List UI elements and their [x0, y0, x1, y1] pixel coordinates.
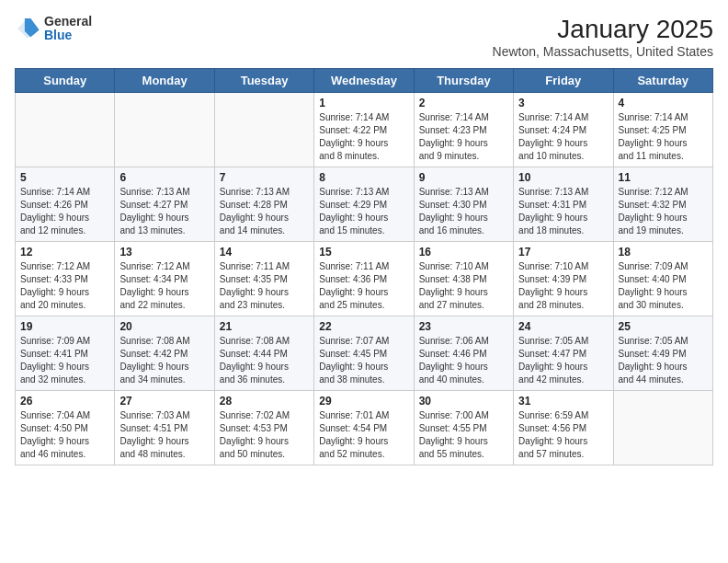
calendar-cell: 31Sunrise: 6:59 AMSunset: 4:56 PMDayligh… — [514, 391, 613, 465]
weekday-header: Friday — [514, 69, 613, 93]
day-info: Sunrise: 7:10 AMSunset: 4:39 PMDaylight:… — [518, 260, 608, 312]
day-info: Sunrise: 7:12 AMSunset: 4:34 PMDaylight:… — [119, 260, 209, 312]
day-info: Sunrise: 7:14 AMSunset: 4:22 PMDaylight:… — [319, 111, 408, 163]
calendar-cell: 21Sunrise: 7:08 AMSunset: 4:44 PMDayligh… — [214, 316, 313, 391]
calendar-week-row: 26Sunrise: 7:04 AMSunset: 4:50 PMDayligh… — [16, 391, 713, 465]
day-number: 2 — [419, 97, 508, 109]
calendar-cell: 7Sunrise: 7:13 AMSunset: 4:28 PMDaylight… — [214, 167, 313, 242]
logo-general: General — [44, 15, 92, 29]
day-number: 27 — [119, 395, 209, 408]
calendar-cell: 15Sunrise: 7:11 AMSunset: 4:36 PMDayligh… — [314, 242, 414, 316]
calendar-cell: 10Sunrise: 7:13 AMSunset: 4:31 PMDayligh… — [514, 167, 613, 242]
day-number: 11 — [619, 171, 708, 184]
day-info: Sunrise: 7:14 AMSunset: 4:23 PMDaylight:… — [419, 111, 508, 163]
header: General Blue January 2025 Newton, Massac… — [15, 15, 713, 59]
calendar-cell: 4Sunrise: 7:14 AMSunset: 4:25 PMDaylight… — [613, 93, 712, 167]
logo-icon — [15, 16, 40, 41]
day-number: 4 — [619, 97, 708, 109]
calendar-cell: 2Sunrise: 7:14 AMSunset: 4:23 PMDaylight… — [414, 93, 513, 167]
day-info: Sunrise: 7:12 AMSunset: 4:33 PMDaylight:… — [20, 260, 109, 312]
day-number: 15 — [319, 246, 408, 259]
day-info: Sunrise: 7:05 AMSunset: 4:47 PMDaylight:… — [518, 335, 608, 386]
day-number: 24 — [518, 320, 608, 333]
calendar-cell: 22Sunrise: 7:07 AMSunset: 4:45 PMDayligh… — [314, 316, 414, 391]
calendar-cell — [214, 93, 313, 167]
day-number: 5 — [20, 171, 109, 184]
day-number: 1 — [319, 97, 408, 109]
day-number: 10 — [518, 171, 608, 184]
calendar-week-row: 1Sunrise: 7:14 AMSunset: 4:22 PMDaylight… — [16, 93, 713, 167]
day-number: 12 — [20, 246, 109, 259]
calendar-cell — [115, 93, 214, 167]
calendar: SundayMondayTuesdayWednesdayThursdayFrid… — [15, 68, 713, 465]
day-number: 3 — [518, 97, 608, 109]
weekday-header: Thursday — [414, 69, 513, 93]
day-info: Sunrise: 7:13 AMSunset: 4:30 PMDaylight:… — [419, 186, 508, 237]
weekday-header-row: SundayMondayTuesdayWednesdayThursdayFrid… — [16, 69, 713, 93]
calendar-cell: 17Sunrise: 7:10 AMSunset: 4:39 PMDayligh… — [514, 242, 613, 316]
calendar-cell — [16, 93, 115, 167]
day-info: Sunrise: 7:11 AMSunset: 4:35 PMDaylight:… — [220, 260, 309, 312]
calendar-week-row: 5Sunrise: 7:14 AMSunset: 4:26 PMDaylight… — [16, 167, 713, 242]
calendar-week-row: 19Sunrise: 7:09 AMSunset: 4:41 PMDayligh… — [16, 316, 713, 391]
day-info: Sunrise: 7:01 AMSunset: 4:54 PMDaylight:… — [319, 409, 408, 461]
day-number: 19 — [20, 320, 109, 333]
day-info: Sunrise: 7:12 AMSunset: 4:32 PMDaylight:… — [619, 186, 708, 237]
day-info: Sunrise: 7:13 AMSunset: 4:31 PMDaylight:… — [518, 186, 608, 237]
title-block: January 2025 Newton, Massachusetts, Unit… — [493, 15, 713, 59]
calendar-cell: 18Sunrise: 7:09 AMSunset: 4:40 PMDayligh… — [613, 242, 712, 316]
day-number: 16 — [419, 246, 508, 259]
weekday-header: Monday — [115, 69, 214, 93]
day-info: Sunrise: 7:02 AMSunset: 4:53 PMDaylight:… — [220, 409, 309, 461]
calendar-cell: 12Sunrise: 7:12 AMSunset: 4:33 PMDayligh… — [16, 242, 115, 316]
day-number: 26 — [20, 395, 109, 408]
logo-blue: Blue — [44, 29, 92, 42]
day-info: Sunrise: 7:10 AMSunset: 4:38 PMDaylight:… — [419, 260, 508, 312]
day-info: Sunrise: 7:13 AMSunset: 4:29 PMDaylight:… — [319, 186, 408, 237]
day-number: 28 — [220, 395, 309, 408]
day-info: Sunrise: 7:03 AMSunset: 4:51 PMDaylight:… — [119, 409, 209, 461]
page: General Blue January 2025 Newton, Massac… — [0, 0, 728, 563]
day-info: Sunrise: 7:04 AMSunset: 4:50 PMDaylight:… — [20, 409, 109, 461]
day-info: Sunrise: 7:06 AMSunset: 4:46 PMDaylight:… — [419, 335, 508, 386]
day-number: 30 — [419, 395, 508, 408]
day-info: Sunrise: 7:14 AMSunset: 4:25 PMDaylight:… — [619, 111, 708, 163]
calendar-cell — [613, 391, 712, 465]
day-info: Sunrise: 7:14 AMSunset: 4:26 PMDaylight:… — [20, 186, 109, 237]
calendar-cell: 26Sunrise: 7:04 AMSunset: 4:50 PMDayligh… — [16, 391, 115, 465]
day-info: Sunrise: 7:09 AMSunset: 4:40 PMDaylight:… — [619, 260, 708, 312]
day-info: Sunrise: 7:08 AMSunset: 4:44 PMDaylight:… — [220, 335, 309, 386]
day-number: 23 — [419, 320, 508, 333]
calendar-cell: 23Sunrise: 7:06 AMSunset: 4:46 PMDayligh… — [414, 316, 513, 391]
weekday-header: Wednesday — [314, 69, 414, 93]
day-info: Sunrise: 7:11 AMSunset: 4:36 PMDaylight:… — [319, 260, 408, 312]
calendar-cell: 8Sunrise: 7:13 AMSunset: 4:29 PMDaylight… — [314, 167, 414, 242]
day-number: 6 — [119, 171, 209, 184]
calendar-cell: 11Sunrise: 7:12 AMSunset: 4:32 PMDayligh… — [613, 167, 712, 242]
day-number: 25 — [619, 320, 708, 333]
calendar-cell: 6Sunrise: 7:13 AMSunset: 4:27 PMDaylight… — [115, 167, 214, 242]
day-number: 13 — [119, 246, 209, 259]
day-number: 21 — [220, 320, 309, 333]
calendar-cell: 16Sunrise: 7:10 AMSunset: 4:38 PMDayligh… — [414, 242, 513, 316]
day-number: 9 — [419, 171, 508, 184]
calendar-cell: 30Sunrise: 7:00 AMSunset: 4:55 PMDayligh… — [414, 391, 513, 465]
day-number: 20 — [119, 320, 209, 333]
calendar-cell: 20Sunrise: 7:08 AMSunset: 4:42 PMDayligh… — [115, 316, 214, 391]
day-number: 8 — [319, 171, 408, 184]
weekday-header: Tuesday — [214, 69, 313, 93]
day-number: 7 — [220, 171, 309, 184]
calendar-cell: 3Sunrise: 7:14 AMSunset: 4:24 PMDaylight… — [514, 93, 613, 167]
day-info: Sunrise: 7:13 AMSunset: 4:28 PMDaylight:… — [220, 186, 309, 237]
calendar-week-row: 12Sunrise: 7:12 AMSunset: 4:33 PMDayligh… — [16, 242, 713, 316]
calendar-cell: 19Sunrise: 7:09 AMSunset: 4:41 PMDayligh… — [16, 316, 115, 391]
calendar-cell: 25Sunrise: 7:05 AMSunset: 4:49 PMDayligh… — [613, 316, 712, 391]
day-info: Sunrise: 7:14 AMSunset: 4:24 PMDaylight:… — [518, 111, 608, 163]
day-info: Sunrise: 7:09 AMSunset: 4:41 PMDaylight:… — [20, 335, 109, 386]
logo: General Blue — [15, 15, 92, 43]
calendar-cell: 14Sunrise: 7:11 AMSunset: 4:35 PMDayligh… — [214, 242, 313, 316]
calendar-cell: 1Sunrise: 7:14 AMSunset: 4:22 PMDaylight… — [314, 93, 414, 167]
calendar-cell: 9Sunrise: 7:13 AMSunset: 4:30 PMDaylight… — [414, 167, 513, 242]
weekday-header: Saturday — [613, 69, 712, 93]
day-info: Sunrise: 7:13 AMSunset: 4:27 PMDaylight:… — [119, 186, 209, 237]
